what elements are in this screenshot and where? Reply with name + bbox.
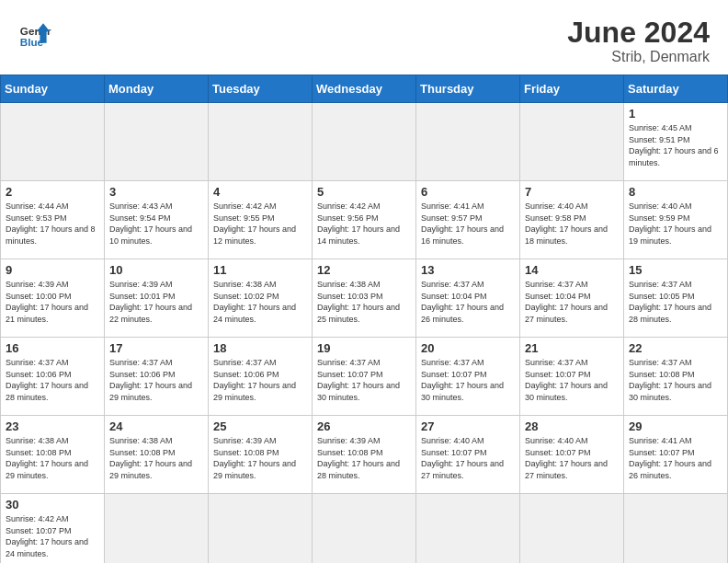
day-number: 9 xyxy=(6,263,99,277)
cell-sun-info: Sunrise: 4:39 AMSunset: 10:08 PMDaylight… xyxy=(317,435,411,481)
calendar-week-row: 2Sunrise: 4:44 AMSunset: 9:53 PMDaylight… xyxy=(1,181,728,259)
day-number: 7 xyxy=(525,185,619,199)
calendar-cell xyxy=(209,494,313,563)
calendar-week-row: 1Sunrise: 4:45 AMSunset: 9:51 PMDaylight… xyxy=(1,103,728,181)
logo: General Blue xyxy=(18,17,51,50)
cell-sun-info: Sunrise: 4:37 AMSunset: 10:08 PMDaylight… xyxy=(629,357,722,403)
calendar-cell: 14Sunrise: 4:37 AMSunset: 10:04 PMDaylig… xyxy=(520,259,624,338)
calendar-cell xyxy=(520,494,624,563)
cell-sun-info: Sunrise: 4:41 AMSunset: 9:57 PMDaylight:… xyxy=(421,201,515,247)
calendar-cell: 30Sunrise: 4:42 AMSunset: 10:07 PMDaylig… xyxy=(1,494,105,563)
day-number: 8 xyxy=(629,185,722,199)
calendar-cell: 6Sunrise: 4:41 AMSunset: 9:57 PMDaylight… xyxy=(416,181,520,259)
calendar-cell: 26Sunrise: 4:39 AMSunset: 10:08 PMDaylig… xyxy=(313,416,416,494)
cell-sun-info: Sunrise: 4:38 AMSunset: 10:08 PMDaylight… xyxy=(109,435,203,481)
cell-sun-info: Sunrise: 4:42 AMSunset: 9:55 PMDaylight:… xyxy=(213,201,307,247)
calendar-cell: 5Sunrise: 4:42 AMSunset: 9:56 PMDaylight… xyxy=(313,181,416,259)
calendar-cell: 18Sunrise: 4:37 AMSunset: 10:06 PMDaylig… xyxy=(209,338,313,416)
cell-sun-info: Sunrise: 4:39 AMSunset: 10:08 PMDaylight… xyxy=(213,435,307,481)
calendar-cell: 4Sunrise: 4:42 AMSunset: 9:55 PMDaylight… xyxy=(209,181,313,259)
day-header-thursday: Thursday xyxy=(416,75,520,103)
calendar-cell: 17Sunrise: 4:37 AMSunset: 10:06 PMDaylig… xyxy=(105,338,209,416)
day-number: 23 xyxy=(6,419,99,433)
calendar-cell: 24Sunrise: 4:38 AMSunset: 10:08 PMDaylig… xyxy=(105,416,209,494)
day-number: 10 xyxy=(109,263,203,277)
calendar-cell: 15Sunrise: 4:37 AMSunset: 10:05 PMDaylig… xyxy=(624,259,728,338)
calendar-cell: 22Sunrise: 4:37 AMSunset: 10:08 PMDaylig… xyxy=(624,338,728,416)
day-header-saturday: Saturday xyxy=(624,75,728,103)
calendar-week-row: 23Sunrise: 4:38 AMSunset: 10:08 PMDaylig… xyxy=(1,416,728,494)
day-number: 13 xyxy=(421,263,515,277)
calendar-cell: 9Sunrise: 4:39 AMSunset: 10:00 PMDayligh… xyxy=(1,259,105,338)
calendar-cell: 25Sunrise: 4:39 AMSunset: 10:08 PMDaylig… xyxy=(209,416,313,494)
calendar-cell: 8Sunrise: 4:40 AMSunset: 9:59 PMDaylight… xyxy=(624,181,728,259)
day-header-tuesday: Tuesday xyxy=(209,75,313,103)
calendar-cell: 27Sunrise: 4:40 AMSunset: 10:07 PMDaylig… xyxy=(416,416,520,494)
location-subtitle: Strib, Denmark xyxy=(567,49,710,65)
cell-sun-info: Sunrise: 4:40 AMSunset: 9:58 PMDaylight:… xyxy=(525,201,619,247)
day-number: 17 xyxy=(109,341,203,355)
month-year-title: June 2024 xyxy=(567,17,710,49)
day-number: 27 xyxy=(421,419,515,433)
day-number: 12 xyxy=(317,263,411,277)
cell-sun-info: Sunrise: 4:40 AMSunset: 10:07 PMDaylight… xyxy=(525,435,619,481)
day-number: 25 xyxy=(213,419,307,433)
calendar-cell: 28Sunrise: 4:40 AMSunset: 10:07 PMDaylig… xyxy=(520,416,624,494)
cell-sun-info: Sunrise: 4:37 AMSunset: 10:07 PMDaylight… xyxy=(525,357,619,403)
cell-sun-info: Sunrise: 4:42 AMSunset: 10:07 PMDaylight… xyxy=(6,513,99,559)
day-number: 22 xyxy=(629,341,722,355)
calendar-week-row: 9Sunrise: 4:39 AMSunset: 10:00 PMDayligh… xyxy=(1,259,728,338)
calendar-week-row: 16Sunrise: 4:37 AMSunset: 10:06 PMDaylig… xyxy=(1,338,728,416)
cell-sun-info: Sunrise: 4:40 AMSunset: 10:07 PMDaylight… xyxy=(421,435,515,481)
cell-sun-info: Sunrise: 4:38 AMSunset: 10:03 PMDaylight… xyxy=(317,279,411,325)
cell-sun-info: Sunrise: 4:39 AMSunset: 10:01 PMDaylight… xyxy=(109,279,203,325)
cell-sun-info: Sunrise: 4:40 AMSunset: 9:59 PMDaylight:… xyxy=(629,201,722,247)
calendar-cell: 12Sunrise: 4:38 AMSunset: 10:03 PMDaylig… xyxy=(313,259,416,338)
calendar-cell xyxy=(105,494,209,563)
day-header-wednesday: Wednesday xyxy=(313,75,416,103)
calendar-header-row: SundayMondayTuesdayWednesdayThursdayFrid… xyxy=(1,75,728,103)
calendar-cell: 1Sunrise: 4:45 AMSunset: 9:51 PMDaylight… xyxy=(624,103,728,181)
day-number: 5 xyxy=(317,185,411,199)
day-number: 24 xyxy=(109,419,203,433)
calendar-cell: 23Sunrise: 4:38 AMSunset: 10:08 PMDaylig… xyxy=(1,416,105,494)
calendar-cell xyxy=(416,103,520,181)
calendar-cell: 20Sunrise: 4:37 AMSunset: 10:07 PMDaylig… xyxy=(416,338,520,416)
cell-sun-info: Sunrise: 4:37 AMSunset: 10:04 PMDaylight… xyxy=(421,279,515,325)
calendar-cell: 19Sunrise: 4:37 AMSunset: 10:07 PMDaylig… xyxy=(313,338,416,416)
cell-sun-info: Sunrise: 4:44 AMSunset: 9:53 PMDaylight:… xyxy=(6,201,99,247)
calendar-table: SundayMondayTuesdayWednesdayThursdayFrid… xyxy=(0,75,728,563)
cell-sun-info: Sunrise: 4:37 AMSunset: 10:06 PMDaylight… xyxy=(213,357,307,403)
calendar-cell: 7Sunrise: 4:40 AMSunset: 9:58 PMDaylight… xyxy=(520,181,624,259)
cell-sun-info: Sunrise: 4:38 AMSunset: 10:02 PMDaylight… xyxy=(213,279,307,325)
day-number: 16 xyxy=(6,341,99,355)
cell-sun-info: Sunrise: 4:42 AMSunset: 9:56 PMDaylight:… xyxy=(317,201,411,247)
day-number: 21 xyxy=(525,341,619,355)
cell-sun-info: Sunrise: 4:37 AMSunset: 10:06 PMDaylight… xyxy=(6,357,99,403)
day-number: 30 xyxy=(6,498,99,511)
cell-sun-info: Sunrise: 4:43 AMSunset: 9:54 PMDaylight:… xyxy=(109,201,203,247)
calendar-cell xyxy=(313,103,416,181)
cell-sun-info: Sunrise: 4:37 AMSunset: 10:05 PMDaylight… xyxy=(629,279,722,325)
day-number: 19 xyxy=(317,341,411,355)
calendar-cell xyxy=(1,103,105,181)
calendar-cell: 11Sunrise: 4:38 AMSunset: 10:02 PMDaylig… xyxy=(209,259,313,338)
day-header-friday: Friday xyxy=(520,75,624,103)
cell-sun-info: Sunrise: 4:45 AMSunset: 9:51 PMDaylight:… xyxy=(629,122,722,168)
calendar-cell: 13Sunrise: 4:37 AMSunset: 10:04 PMDaylig… xyxy=(416,259,520,338)
day-header-monday: Monday xyxy=(105,75,209,103)
calendar-cell: 29Sunrise: 4:41 AMSunset: 10:07 PMDaylig… xyxy=(624,416,728,494)
calendar-cell xyxy=(105,103,209,181)
calendar-cell: 16Sunrise: 4:37 AMSunset: 10:06 PMDaylig… xyxy=(1,338,105,416)
generalblue-logo-icon: General Blue xyxy=(18,17,51,50)
cell-sun-info: Sunrise: 4:37 AMSunset: 10:07 PMDaylight… xyxy=(317,357,411,403)
cell-sun-info: Sunrise: 4:38 AMSunset: 10:08 PMDaylight… xyxy=(6,435,99,481)
calendar-cell: 2Sunrise: 4:44 AMSunset: 9:53 PMDaylight… xyxy=(1,181,105,259)
cell-sun-info: Sunrise: 4:41 AMSunset: 10:07 PMDaylight… xyxy=(629,435,722,481)
cell-sun-info: Sunrise: 4:39 AMSunset: 10:00 PMDaylight… xyxy=(6,279,99,325)
day-number: 28 xyxy=(525,419,619,433)
title-block: June 2024 Strib, Denmark xyxy=(567,17,710,65)
day-number: 4 xyxy=(213,185,307,199)
calendar-cell xyxy=(313,494,416,563)
calendar-cell xyxy=(209,103,313,181)
